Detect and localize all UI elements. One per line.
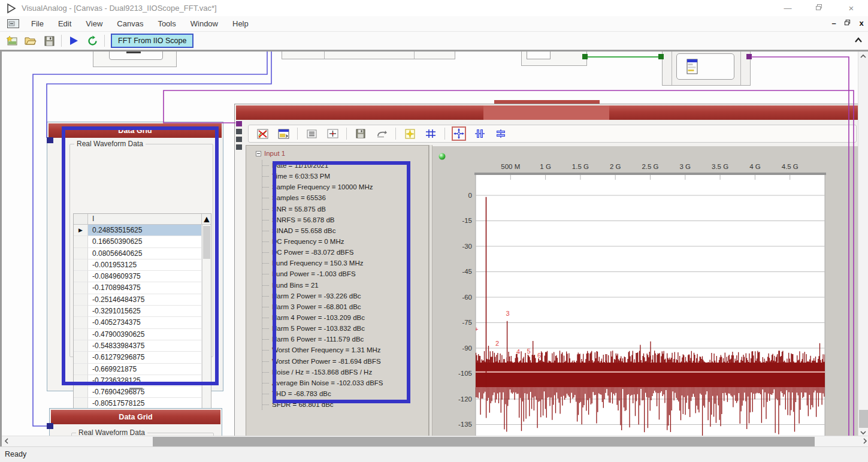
split-horizontal-icon[interactable] [473, 126, 487, 141]
menu-item-help[interactable]: Help [225, 19, 256, 28]
canvas-viewport[interactable]: Data Grid Real Waveform Data I ▲ ▶0.2485… [0, 50, 868, 446]
cell-value[interactable]: -0.76904296875 [88, 386, 202, 398]
menu-item-window[interactable]: Window [183, 19, 225, 28]
highlight-rectangle-data-grid [62, 126, 219, 385]
scroll-left-icon[interactable] [4, 438, 9, 445]
peak-marker-label: 2 [495, 340, 499, 347]
open-icon[interactable] [24, 34, 37, 47]
pan-icon[interactable] [452, 126, 466, 141]
toolbar-separator [61, 35, 62, 47]
x-axis-tick-label: 4.5 G [782, 163, 799, 170]
tree-collapse-icon[interactable] [256, 151, 261, 156]
toolbar-separator [297, 128, 298, 140]
partial-block[interactable] [282, 50, 455, 59]
y-axis-tick-label: -120 [458, 395, 472, 403]
split-vertical-icon[interactable] [494, 126, 508, 141]
mdi-minimize-button[interactable]: – [828, 18, 839, 29]
x-axis-tick-label: 3.5 G [712, 163, 728, 170]
new-canvas-icon[interactable] [5, 34, 19, 47]
x-axis-tick-label: 3 G [680, 163, 691, 170]
save-icon[interactable] [43, 34, 56, 47]
y-axis-tick-label: -15 [462, 217, 472, 224]
block-body [109, 50, 163, 60]
partial-block[interactable] [521, 50, 587, 66]
y-axis-tick-label: -75 [462, 319, 472, 326]
menu-item-file[interactable]: File [24, 19, 51, 28]
marker-icon[interactable] [325, 126, 340, 141]
x-axis-tick-label: 500 M [501, 163, 520, 170]
status-bar: Ready [0, 446, 868, 462]
x-axis-tick-label: 2 G [610, 163, 621, 170]
data-grid-2-titlebar[interactable]: Data Grid [51, 410, 220, 424]
graph-titlebar[interactable] [236, 105, 858, 120]
resize-grip[interactable] [129, 388, 143, 389]
fft-plot[interactable]: 0-15-30-45-60-75-90-105-120-135500 M1 G1… [433, 146, 860, 438]
menu-items: FileEditViewCanvasToolsWindowHelp [24, 19, 256, 28]
scroll-right-icon[interactable] [863, 438, 867, 445]
workflow-run-button[interactable]: FFT From IIO Scope [111, 34, 193, 48]
x-axis-tick-label: 1 G [540, 163, 551, 170]
y-axis-tick-label: 0 [468, 192, 472, 199]
scrollbar-thumb[interactable] [153, 437, 815, 446]
run-icon[interactable] [67, 34, 80, 47]
menu-item-canvas[interactable]: Canvas [110, 19, 150, 28]
x-axis-line [474, 173, 826, 175]
window-title: VisualAnalog - [Canvas - Dual9213_IIOSco… [22, 4, 217, 13]
close-button[interactable]: × [842, 2, 860, 14]
input-port-3[interactable] [236, 137, 242, 142]
toolbar-separator [444, 128, 445, 140]
toolbar-separator [104, 35, 105, 47]
data-list-icon[interactable] [304, 126, 319, 141]
copy-icon[interactable] [374, 126, 389, 141]
menu-item-tools[interactable]: Tools [150, 19, 183, 28]
graph-toolbar [248, 125, 857, 143]
y-axis-tick-label: -135 [458, 421, 472, 428]
input-port-1[interactable] [236, 121, 242, 126]
data-grid-block[interactable] [662, 50, 751, 86]
chart-settings-icon[interactable] [255, 126, 270, 141]
peak-marker-label: 6 [537, 352, 541, 359]
peak-marker-label: 4 [516, 348, 520, 355]
horizontal-scrollbar[interactable] [2, 436, 868, 446]
save-icon[interactable] [353, 126, 368, 141]
run-led-icon [439, 153, 446, 160]
y-axis-tick-label: -45 [462, 268, 472, 275]
x-axis-tick-label: 4 G [749, 163, 761, 170]
restore-icon [815, 4, 822, 11]
graph-titlebar-highlight [483, 105, 609, 120]
menu-item-view[interactable]: View [78, 19, 110, 28]
canvas-document-icon[interactable] [7, 19, 19, 28]
y-axis-tick-label: -60 [462, 294, 472, 301]
mdi-close-button[interactable]: x [856, 18, 867, 29]
x-axis-tick-label: 1.5 G [572, 163, 589, 170]
restore-button[interactable] [810, 2, 828, 14]
scrollbar-thumb[interactable] [859, 410, 868, 428]
partial-block[interactable] [93, 50, 177, 67]
input-port-2[interactable] [236, 129, 242, 134]
scroll-up-icon[interactable] [858, 53, 868, 60]
tree-root-label: Input 1 [264, 150, 285, 157]
mdi-restore-button[interactable] [842, 18, 852, 29]
block-body [676, 53, 734, 80]
menubar: FileEditViewCanvasToolsWindowHelp – x [0, 16, 868, 32]
y-axis-tick-label: -30 [462, 243, 472, 250]
input-port-4[interactable] [236, 144, 242, 150]
update-icon[interactable] [86, 34, 99, 47]
toolbar-separator [395, 128, 396, 140]
tree-root-row[interactable]: Input 1 [256, 150, 285, 157]
menu-item-edit[interactable]: Edit [51, 19, 78, 28]
vertical-scrollbar[interactable] [858, 52, 868, 437]
x-axis-tick-label: 2.5 G [642, 163, 658, 170]
export-image-icon[interactable] [276, 126, 291, 141]
visualanalog-window: VisualAnalog - [Canvas - Dual9213_IIOSco… [0, 0, 868, 462]
app-logo-icon [6, 3, 17, 14]
titlebar: VisualAnalog - [Canvas - Dual9213_IIOSco… [0, 0, 868, 16]
main-toolbar: FFT From IIO Scope [0, 32, 868, 50]
data-grid-block-icon [686, 59, 700, 76]
toolbar-collapse-chevron-icon[interactable] [854, 35, 863, 46]
mdi-restore-icon [844, 19, 851, 26]
grid-icon[interactable] [424, 126, 438, 141]
autoscale-icon[interactable] [403, 126, 417, 141]
block-glyph [126, 52, 141, 53]
minimize-button[interactable]: — [779, 2, 797, 14]
